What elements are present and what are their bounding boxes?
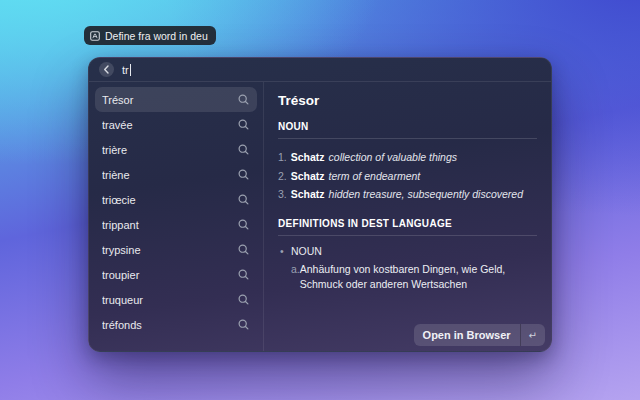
word-label: triène	[102, 169, 237, 181]
definition-item: 3. Schatz hidden treasure, subsequently …	[278, 185, 537, 204]
section-divider	[278, 235, 537, 236]
word-list-item[interactable]: troupier	[95, 262, 257, 287]
definition-text: hidden treasure, subsequently discovered	[329, 185, 523, 204]
word-label: trière	[102, 144, 237, 156]
definition-item: 1. Schatz collection of valuable things	[278, 148, 537, 167]
dest-pos-row: • NOUN	[278, 245, 537, 257]
search-icon	[237, 268, 250, 281]
word-list-item[interactable]: trippant	[95, 212, 257, 237]
word-list-item[interactable]: triœcie	[95, 187, 257, 212]
definition-term: Schatz	[291, 185, 325, 204]
word-list-item[interactable]: trypsine	[95, 237, 257, 262]
dest-definitions-list: a. Anhäufung von kostbaren Dingen, wie G…	[291, 262, 537, 293]
word-list-item[interactable]: trière	[95, 137, 257, 162]
definition-number: 2.	[278, 167, 287, 186]
search-icon	[237, 318, 250, 331]
word-list-item[interactable]: tréfonds	[95, 312, 257, 337]
search-icon	[237, 218, 250, 231]
bullet-icon: •	[278, 245, 291, 257]
detail-panel: Trésor NOUN 1. Schatz collection of valu…	[264, 82, 551, 351]
dest-pos-label: NOUN	[291, 245, 322, 257]
detail-title: Trésor	[278, 93, 537, 108]
word-list: Trésor travée trière triène triœcie trip…	[89, 82, 264, 351]
word-label: travée	[102, 119, 237, 131]
open-in-browser-button[interactable]: Open in Browser ↵	[414, 324, 545, 346]
dest-definition-marker: a.	[291, 262, 300, 293]
back-button[interactable]	[99, 62, 114, 77]
command-badge-label: Define fra word in deu	[105, 30, 208, 42]
word-list-item[interactable]: Trésor	[95, 87, 257, 112]
dest-language-heading: DEFINITIONS IN DEST LANGUAGE	[278, 218, 537, 229]
search-icon	[237, 243, 250, 256]
dest-definition-item: a. Anhäufung von kostbaren Dingen, wie G…	[291, 262, 537, 293]
dest-definition-text: Anhäufung von kostbaren Dingen, wie Geld…	[300, 262, 537, 293]
search-bar: tr	[89, 58, 551, 82]
window-body: Trésor travée trière triène triœcie trip…	[89, 82, 551, 351]
word-label: trippant	[102, 219, 237, 231]
word-label: troupier	[102, 269, 237, 281]
definition-number: 3.	[278, 185, 287, 204]
word-label: Trésor	[102, 94, 237, 106]
word-label: triœcie	[102, 194, 237, 206]
search-icon	[237, 193, 250, 206]
text-caret	[130, 64, 131, 76]
pos-heading: NOUN	[278, 121, 537, 132]
definitions-list: 1. Schatz collection of valuable things …	[278, 148, 537, 204]
word-list-item[interactable]: travée	[95, 112, 257, 137]
open-in-browser-label: Open in Browser	[414, 329, 520, 341]
word-label: truqueur	[102, 294, 237, 306]
enter-key-icon: ↵	[521, 330, 545, 341]
definition-text: collection of valuable things	[329, 148, 457, 167]
search-icon	[237, 143, 250, 156]
search-icon	[237, 93, 250, 106]
define-word-command-icon	[90, 31, 100, 41]
word-label: trypsine	[102, 244, 237, 256]
definition-term: Schatz	[291, 148, 325, 167]
definition-number: 1.	[278, 148, 287, 167]
search-icon	[237, 293, 250, 306]
chevron-left-icon	[103, 65, 110, 74]
command-badge: Define fra word in deu	[84, 26, 216, 45]
definition-item: 2. Schatz term of endearment	[278, 167, 537, 186]
section-divider	[278, 138, 537, 139]
search-input-value: tr	[122, 64, 129, 76]
search-icon	[237, 168, 250, 181]
word-list-item[interactable]: triène	[95, 162, 257, 187]
word-list-item[interactable]: truqueur	[95, 287, 257, 312]
definition-text: term of endearment	[329, 167, 421, 186]
search-icon	[237, 118, 250, 131]
launcher-window: tr Trésor travée trière triène triœcie t…	[88, 57, 552, 352]
word-label: tréfonds	[102, 319, 237, 331]
definition-term: Schatz	[291, 167, 325, 186]
search-input[interactable]: tr	[122, 64, 131, 76]
